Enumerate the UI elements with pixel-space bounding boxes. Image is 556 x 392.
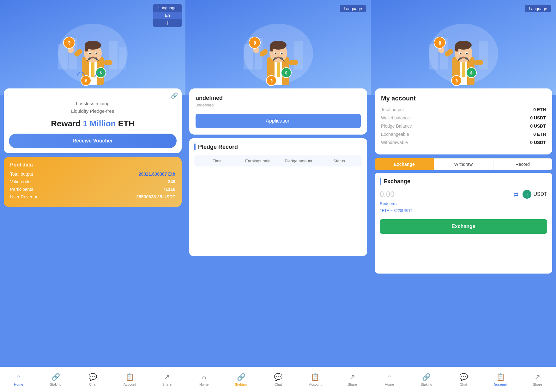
svg-text:₿: ₿: [439, 40, 441, 45]
home-icon: ⌂: [202, 373, 206, 381]
chat-icon: 💬: [88, 373, 97, 381]
home-main-card: 🔗 Lossless mining Liquidity Pledge-free …: [4, 88, 182, 153]
svg-rect-66: [474, 60, 483, 65]
nav-staking-account[interactable]: 📋 Account: [297, 367, 334, 392]
lang-en[interactable]: En: [153, 12, 182, 19]
chat-icon: 💬: [459, 373, 468, 381]
svg-text:₿: ₿: [68, 40, 70, 45]
my-account-title: My account: [381, 95, 546, 102]
usdt-badge: T USDT: [523, 190, 547, 199]
lang-zh[interactable]: 中: [153, 19, 182, 27]
account-row-total: Total output 0 ETH: [381, 107, 546, 112]
svg-rect-50: [429, 44, 438, 69]
account-icon: 📋: [311, 373, 319, 381]
link-icon: 🔗: [171, 92, 178, 99]
nav-account-staking[interactable]: 🔗 Staking: [408, 367, 445, 392]
col-time: Time: [197, 159, 238, 163]
svg-rect-10: [85, 45, 88, 51]
chat-icon: 💬: [274, 373, 282, 381]
title-accent: [194, 143, 196, 150]
nav-share[interactable]: ↗ Share: [148, 367, 185, 392]
hero-illustration: ₿ $ ₿: [52, 6, 134, 95]
app-card-subtitle: undefined: [196, 103, 361, 107]
nav-account-account[interactable]: 📋 Account: [482, 367, 519, 392]
language-button-staking[interactable]: Language: [340, 5, 366, 12]
hero-illustration-account: ₿ $ ₿: [422, 6, 505, 95]
pool-row-total: Total output 26321.636387 Eth: [10, 172, 175, 177]
nav-staking-chat[interactable]: 💬 Chat: [260, 367, 297, 392]
pool-row-node: Valid node 349: [10, 179, 175, 184]
svg-rect-28: [294, 41, 303, 69]
account-icon: 📋: [496, 373, 505, 381]
tab-exchange[interactable]: Exchange: [375, 158, 434, 170]
nav-chat[interactable]: 💬 Chat: [74, 367, 111, 392]
hero-area-account: Language ₿ $ ₿: [371, 0, 556, 95]
my-account-card: My account Total output 0 ETH Wallet bal…: [375, 88, 552, 154]
exchange-title-bar: Exchange: [380, 178, 547, 185]
exchange-title: Exchange: [384, 178, 410, 185]
account-row-withdrawable: Withdrawable 0 USDT: [381, 140, 546, 145]
exchange-amount: 0.00: [380, 190, 510, 199]
tab-record[interactable]: Record: [493, 158, 552, 170]
record-table-header: Time Earnings ratio Pledge amount Status: [194, 155, 362, 166]
svg-text:₿: ₿: [85, 79, 87, 83]
nav-account[interactable]: 📋 Account: [111, 367, 148, 392]
language-dropdown[interactable]: Language En 中: [153, 4, 182, 27]
account-row-pledge: Pledge Balance 0 USDT: [381, 124, 546, 129]
pool-title: Pool data: [10, 162, 175, 168]
nav-account-chat[interactable]: 💬 Chat: [445, 367, 482, 392]
svg-text:$: $: [285, 71, 287, 75]
panel-staking: Language ₿ $ ₿: [185, 0, 371, 392]
receive-voucher-button[interactable]: Receive Voucher: [9, 134, 177, 148]
svg-text:$: $: [470, 71, 473, 75]
nav-account-share[interactable]: ↗ Share: [519, 367, 556, 392]
svg-point-38: [281, 53, 282, 54]
svg-text:₿: ₿: [456, 79, 458, 83]
nav-staking[interactable]: 🔗 Staking: [37, 367, 74, 392]
svg-point-62: [466, 53, 468, 54]
pledge-record-title: Pledge Record: [198, 144, 238, 150]
bottom-nav-home: ⌂ Home 🔗 Staking 💬 Chat 📋 Account ↗ Shar…: [0, 367, 185, 392]
pool-row-participants: Participants 71116: [10, 187, 175, 192]
nav-account-home[interactable]: ⌂ Home: [371, 367, 408, 392]
svg-text:$: $: [100, 71, 102, 75]
home-icon: ⌂: [16, 373, 21, 381]
pledge-record-section: Pledge Record Time Earnings ratio Pledge…: [189, 138, 367, 256]
staking-icon: 🔗: [51, 373, 60, 381]
language-button-account[interactable]: Language: [525, 5, 551, 12]
svg-text:₿: ₿: [270, 79, 272, 83]
record-table: Time Earnings ratio Pledge amount Status: [194, 155, 362, 166]
panel-home: Language En 中: [0, 0, 185, 392]
svg-rect-34: [270, 45, 273, 51]
staking-icon: 🔗: [422, 373, 431, 381]
svg-rect-58: [455, 45, 458, 51]
svg-rect-52: [479, 41, 488, 69]
home-icon: ⌂: [387, 373, 391, 381]
language-label: Language: [153, 4, 182, 12]
nav-staking-staking[interactable]: 🔗 Staking: [222, 367, 259, 392]
account-row-exchangeable: Exchangeable 0 ETH: [381, 132, 546, 137]
svg-point-13: [89, 53, 91, 54]
redeem-all-link[interactable]: Redeem all: [380, 201, 547, 206]
col-pledge: Pledge amount: [278, 159, 319, 163]
application-button[interactable]: Application: [196, 114, 361, 128]
share-icon: ↗: [164, 373, 170, 381]
exchange-button[interactable]: Exchange: [380, 219, 547, 234]
exchange-input-row: 0.00 ⇄ T USDT: [380, 190, 547, 199]
share-icon: ↗: [535, 373, 540, 381]
svg-point-61: [460, 53, 462, 54]
tab-withdraw[interactable]: Withdraw: [434, 158, 493, 170]
hero-area-staking: Language ₿ $ ₿: [185, 0, 371, 95]
hero-illustration-staking: ₿ $ ₿: [237, 6, 319, 95]
svg-rect-18: [104, 60, 112, 65]
pool-row-revenue: User Revenue 28500638.25 USDT: [10, 194, 175, 199]
nav-staking-home[interactable]: ⌂ Home: [185, 367, 222, 392]
nav-home[interactable]: ⌂ Home: [0, 367, 37, 392]
nav-staking-share[interactable]: ↗ Share: [334, 367, 371, 392]
svg-rect-3: [109, 41, 118, 69]
pledge-record-title-bar: Pledge Record: [194, 143, 362, 150]
pool-data-card: Pool data Total output 26321.636387 Eth …: [4, 157, 182, 207]
svg-rect-42: [289, 60, 298, 65]
exchange-accent: [380, 178, 381, 185]
staking-icon: 🔗: [237, 373, 245, 381]
